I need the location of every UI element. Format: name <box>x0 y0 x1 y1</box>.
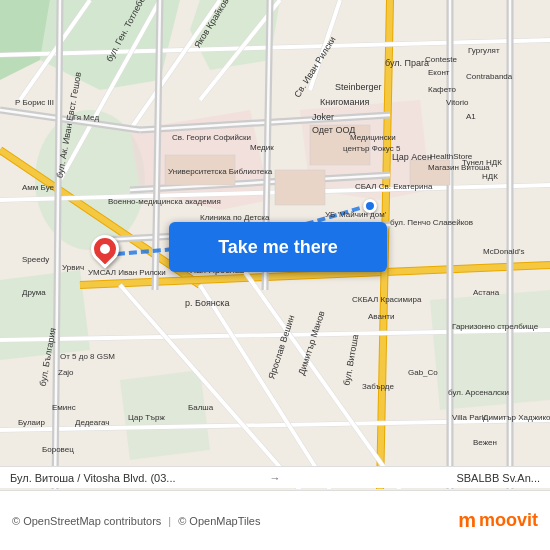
place-a1: A1 <box>466 112 476 121</box>
place-garnizono: Гарнизонно стрелбище <box>452 322 538 331</box>
place-astana: Астана <box>473 288 499 297</box>
destination-label: SBALBB Sv.An... <box>287 472 551 484</box>
place-gurgulyat: Гургулят <box>468 46 500 55</box>
moovit-logo: m moovit <box>458 509 538 532</box>
copyright-omt: © OpenMapTiles <box>178 515 260 527</box>
footer-bar: © OpenStreetMap contributors | © OpenMap… <box>0 490 550 550</box>
place-speedy: Speedy <box>22 255 49 264</box>
place-univ-biblio: Университетска Библиотека <box>168 167 272 176</box>
place-tunel-ndk: Тунел НДК <box>462 158 502 167</box>
copyright-osm: © OpenStreetMap contributors <box>12 515 161 527</box>
place-ub-maychin: УБ 'Майчин дом' <box>325 210 386 219</box>
place-klinika-detska: Клиника по Детска <box>200 213 269 222</box>
place-contrabanda: Contrabanda <box>466 72 512 81</box>
street-label-slaveykov: бул. Пенчо Славейков <box>390 218 473 227</box>
place-tsar-asen: Цар Асен <box>392 152 432 162</box>
arrow-separator: → <box>264 472 287 484</box>
place-bulair: Булаир <box>18 418 45 427</box>
place-r-boris: Р Борис III <box>15 98 54 107</box>
place-medik: Медик <box>250 143 274 152</box>
place-dedeagach: Дедеагач <box>75 418 109 427</box>
place-emins: Еминс <box>52 403 76 412</box>
place-druma: Друма <box>22 288 46 297</box>
place-vitorio: Vitorio <box>446 98 469 107</box>
place-sv-georgi: Св. Георги Софийски <box>172 133 251 142</box>
place-tsar-targ: Цар Търж <box>128 413 165 422</box>
place-odet: Одет ООД <box>312 125 355 135</box>
place-voenna-med: Военно-медицинска академия <box>108 197 221 206</box>
app-container: бул. Ак. Иван Евст. Гешов бул. Ген. Тотл… <box>0 0 550 550</box>
footer-right: m moovit <box>275 509 550 532</box>
place-sbal-ek: СБАЛ Св. Екатерина <box>355 182 432 191</box>
route-labels-bar: Бул. Витоша / Vitosha Blvd. (03... → SBA… <box>0 466 550 488</box>
street-label-boyanska: р. Боянска <box>185 298 229 308</box>
place-vezhen: Вежен <box>473 438 497 447</box>
map-area[interactable]: бул. Ак. Иван Евст. Гешов бул. Ген. Тотл… <box>0 0 550 490</box>
place-gab-co: Gab_Co <box>408 368 438 377</box>
place-dimitar-h: Димитър Хаджиков <box>483 413 550 422</box>
place-zajo: Zajo <box>58 368 74 377</box>
footer-left: © OpenStreetMap contributors | © OpenMap… <box>0 515 275 527</box>
place-conteste: Conteste <box>425 55 457 64</box>
place-balsha: Балша <box>188 403 213 412</box>
copyright-separator: | <box>168 515 171 527</box>
place-avanti: Аванти <box>368 312 395 321</box>
origin-label: Бул. Витоша / Vitosha Blvd. (03... <box>0 472 264 484</box>
take-me-there-button[interactable]: Take me there <box>169 222 387 272</box>
place-skbal: СКБАЛ Красимира <box>352 295 421 304</box>
place-mcdonalds: McDonald's <box>483 247 525 256</box>
place-amm-bue: Амм Буе <box>22 183 54 192</box>
moovit-logo-text: moovit <box>479 510 538 531</box>
place-econt: Еконт <box>428 68 449 77</box>
place-arsenalski: бул. Арсеналски <box>448 388 509 397</box>
street-label-praga: бул. Прага <box>385 58 429 68</box>
place-zabyrde: Забърде <box>362 382 394 391</box>
place-kafeto: Кафето <box>428 85 456 94</box>
place-steinberger: Steinberger <box>335 82 382 92</box>
place-urvich: Урвич <box>62 263 84 272</box>
place-gya-med: Гя Мед <box>73 113 99 122</box>
origin-marker <box>91 235 119 271</box>
place-joker: Joker <box>312 112 334 122</box>
svg-rect-61 <box>275 170 325 205</box>
route-info-bar <box>0 489 550 490</box>
take-me-there-label: Take me there <box>218 237 338 258</box>
place-borovets: Боровец <box>42 445 74 454</box>
place-villa-park: Villa Park <box>452 413 486 422</box>
place-ndk: НДК <box>482 172 498 181</box>
place-knigomaniya: Книгомания <box>320 97 369 107</box>
place-ot5do8: От 5 до 8 GSM <box>60 352 115 361</box>
destination-marker <box>363 199 377 213</box>
place-meditsinski: Медицински <box>350 133 396 142</box>
moovit-m-letter: m <box>458 509 476 532</box>
